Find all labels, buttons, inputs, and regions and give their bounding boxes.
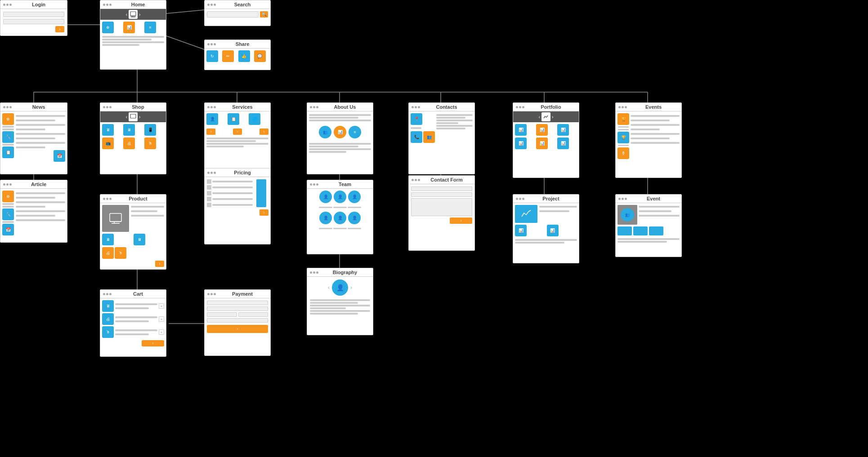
shop-prev-icon[interactable]: ‹	[126, 115, 127, 120]
team-member-3: 👤	[348, 191, 361, 203]
shop-card: Shop ‹ › 🖥 🖥 📱 📺 🖨 🖱	[100, 102, 166, 174]
events-title: Events	[628, 104, 679, 110]
services-icon-3: 🌐	[249, 113, 260, 125]
team-title: Team	[320, 182, 370, 187]
article-card: Article ⊕ 🔧 📅	[0, 180, 67, 243]
team-member-2: 👤	[334, 191, 346, 203]
share-icon-2: ✏	[222, 50, 234, 62]
cart-item-icon-1: 🖥	[102, 300, 114, 312]
product-icon-2: 🖥	[134, 234, 145, 245]
portfolio-prev-icon[interactable]: ‹	[539, 115, 540, 120]
project-card: Project 📊 📊	[513, 194, 579, 263]
payment-button[interactable]: ›	[237, 327, 238, 331]
share-icon-4: 💬	[254, 50, 266, 62]
payment-card: Payment ›	[204, 289, 271, 356]
svg-rect-22	[130, 12, 136, 16]
contactform-card: Contact Form ›	[408, 175, 475, 251]
portfolio-next-icon[interactable]: ›	[552, 115, 553, 120]
shop-icon-5: 🖨	[123, 138, 135, 149]
news-icon-4: 📅	[54, 150, 65, 162]
services-icon-1: 👤	[206, 113, 218, 125]
product-button[interactable]: ›	[155, 261, 164, 267]
services-btn-1[interactable]: ›	[206, 129, 215, 135]
portfolio-icon-1: 📊	[515, 124, 527, 136]
home-card: Home ‹ › ⊕ 📊 ≡	[100, 0, 166, 70]
login-title: Login	[13, 2, 64, 7]
home-icon-1: ⊕	[102, 22, 114, 33]
project-title: Project	[526, 196, 576, 201]
portfolio-icon-4: 📊	[515, 138, 527, 149]
aboutus-circle-3: ≡	[349, 126, 361, 138]
portfolio-title: Portfolio	[526, 104, 576, 110]
team-member-5: 👤	[334, 212, 346, 224]
payment-title: Payment	[217, 291, 268, 297]
cart-card: Cart 🖥 × 🖨 × 🖱	[100, 289, 166, 357]
portfolio-card: Portfolio ‹ › 📊 📊 📊 📊 📊 📊	[513, 102, 579, 178]
services-icon-2: 📋	[228, 113, 239, 125]
news-icon-2: 🔧	[2, 131, 14, 143]
portfolio-nav-icon	[541, 112, 550, 121]
news-icon-3: 📋	[2, 146, 14, 158]
pricing-button[interactable]: ›	[260, 209, 268, 216]
biography-card: Biography ‹ 👤 ›	[307, 268, 373, 335]
shop-nav-icon	[129, 112, 138, 121]
portfolio-icon-2: 📊	[536, 124, 548, 136]
home-prev-icon[interactable]: ‹	[126, 12, 127, 17]
product-icon-3: 🖨	[102, 247, 114, 259]
contacts-icon-1: 📍	[411, 113, 422, 125]
article-icon-1: ⊕	[2, 191, 14, 202]
shop-icon-1: 🖥	[102, 124, 114, 136]
services-card: Services 👤 📋 🌐 › › ›	[204, 102, 271, 173]
svg-line-10	[166, 36, 204, 49]
aboutus-card: About Us 👥 📊 ≡	[307, 102, 373, 174]
contactform-title: Contact Form	[421, 177, 472, 182]
contacts-card: Contacts 📍 📞 👥	[408, 102, 475, 174]
team-member-4: 👤	[319, 212, 332, 224]
bio-prev-icon[interactable]: ‹	[328, 284, 330, 291]
cart-button[interactable]: ›	[152, 341, 154, 346]
team-member-6: 👤	[348, 212, 361, 224]
events-icon-1: 🏆	[617, 113, 629, 125]
search-icon: 🔍	[262, 12, 267, 17]
product-icon-1: 🖥	[102, 234, 114, 245]
share-title: Share	[217, 41, 268, 47]
contacts-title: Contacts	[421, 104, 472, 110]
shop-icon-3: 📱	[144, 124, 156, 136]
product-title: Product	[113, 196, 163, 201]
project-icon-2: 📊	[547, 225, 559, 236]
shop-next-icon[interactable]: ›	[139, 115, 140, 120]
portfolio-icon-5: 📊	[536, 138, 548, 149]
svg-line-9	[166, 10, 204, 13]
aboutus-circle-2: 📊	[334, 126, 346, 138]
aboutus-circle-1: 👥	[319, 126, 331, 138]
shop-title: Shop	[113, 104, 163, 110]
news-icon-1: ⊕	[2, 113, 14, 125]
events-card: Events 🏆 🏆 🎙	[615, 102, 682, 178]
shop-icon-6: 🖱	[144, 138, 156, 149]
team-member-1: 👤	[319, 191, 332, 203]
news-title: News	[13, 104, 64, 110]
article-title: Article	[13, 182, 64, 187]
contactform-button[interactable]: ›	[461, 218, 462, 223]
login-card: Login ›	[0, 0, 67, 36]
bio-next-icon[interactable]: ›	[350, 284, 352, 291]
search-title: Search	[217, 2, 268, 7]
portfolio-icon-3: 📊	[557, 124, 569, 136]
shop-icon-2: 🖥	[123, 124, 135, 136]
share-icon-3: 👍	[238, 50, 250, 62]
project-icon-1: 📊	[515, 225, 527, 236]
home-icon-3: ≡	[144, 22, 156, 33]
team-card: Team 👤 👤 👤 👤 👤 👤	[307, 180, 373, 254]
event-card: Event 👥	[615, 194, 682, 257]
cart-item-icon-2: 🖨	[102, 313, 114, 325]
article-icon-3: 📅	[2, 224, 14, 235]
home-next-icon[interactable]: ›	[139, 12, 140, 17]
shop-icon-4: 📺	[102, 138, 114, 149]
biography-title: Biography	[320, 270, 370, 275]
services-btn-2[interactable]: ›	[233, 129, 242, 135]
search-card: Search 🔍	[204, 0, 271, 26]
login-button[interactable]: ›	[55, 26, 64, 32]
services-btn-3[interactable]: ›	[260, 129, 268, 135]
event-main-icon: 👥	[621, 208, 634, 222]
cart-title: Cart	[113, 291, 163, 297]
